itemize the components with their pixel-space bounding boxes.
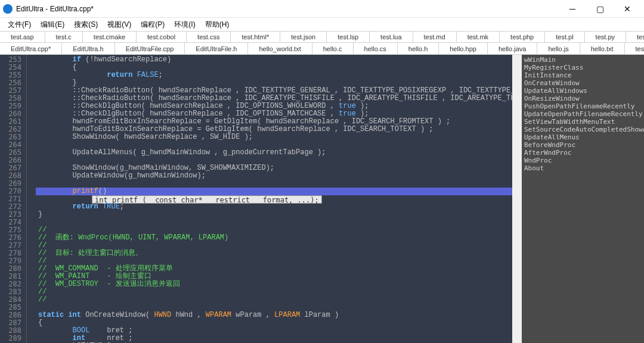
fold-gutter[interactable] bbox=[27, 55, 36, 343]
symbol-item[interactable]: AfterWndProc bbox=[524, 149, 642, 157]
code-line[interactable]: ShowWindow( hwndSearchReplace , SW_HIDE … bbox=[36, 133, 512, 141]
code-line[interactable]: return FALSE; bbox=[36, 71, 512, 79]
file-tab[interactable]: hello.hpp bbox=[439, 43, 488, 54]
code-line[interactable]: } bbox=[36, 211, 512, 219]
line-number-gutter: 2532542552562572582592602612622632642652… bbox=[0, 55, 27, 343]
file-tab[interactable]: hello.cs bbox=[354, 43, 398, 54]
code-line[interactable]: // bbox=[36, 288, 512, 296]
code-line[interactable]: // 目标: 处理主窗口的消息。 bbox=[36, 250, 512, 257]
editor-area[interactable]: 2532542552562572582592602612622632642652… bbox=[0, 55, 522, 343]
menu-item[interactable]: 帮助(H) bbox=[200, 20, 234, 30]
file-tab[interactable]: test.md bbox=[413, 31, 457, 42]
file-tab[interactable]: EditUltra.cpp* bbox=[0, 43, 62, 54]
file-tab[interactable]: test.asp bbox=[0, 31, 45, 42]
file-tab[interactable]: test.rb bbox=[626, 31, 644, 42]
file-tab[interactable]: hello.txt bbox=[580, 43, 625, 54]
file-tab[interactable]: test.cobol bbox=[137, 31, 187, 42]
menubar: 文件(F)编辑(E)搜索(S)视图(V)编程(P)环境(I)帮助(H) bbox=[0, 18, 644, 31]
code-line[interactable]: // WM_DESTROY - 发送退出消息并返回 bbox=[36, 280, 512, 288]
menu-item[interactable]: 编程(P) bbox=[136, 20, 169, 30]
symbol-item[interactable]: wWinMain bbox=[524, 56, 642, 64]
file-tab[interactable]: hello_world.txt bbox=[248, 43, 312, 54]
tab-row-1: test.asptest.ctest.cmaketest.coboltest.c… bbox=[0, 31, 644, 43]
code-line[interactable]: static int OnCreateWindow( HWND hWnd , W… bbox=[36, 311, 512, 319]
symbol-item[interactable]: UpdateAllWindows bbox=[524, 87, 642, 95]
symbol-item[interactable]: OnResizeWindow bbox=[524, 95, 642, 102]
menu-item[interactable]: 编辑(E) bbox=[36, 20, 69, 30]
file-tab[interactable]: test.asm bbox=[625, 43, 644, 54]
window-title: EditUltra - EditUltra.cpp* bbox=[16, 5, 559, 13]
code-line[interactable] bbox=[36, 180, 512, 188]
code-line[interactable] bbox=[36, 219, 512, 226]
file-tab[interactable]: test.mk bbox=[457, 31, 500, 42]
code-line[interactable]: if (!hwndSearchReplace) bbox=[36, 56, 512, 64]
file-tab[interactable]: EditUltraFile.h bbox=[185, 43, 248, 54]
maximize-button[interactable]: ▢ bbox=[586, 0, 614, 18]
code-line[interactable]: UpdateAllMenus( g_hwndMainWindow , g_pno… bbox=[36, 149, 512, 157]
file-tab[interactable]: test.py bbox=[585, 31, 626, 42]
menu-item[interactable]: 文件(F) bbox=[3, 20, 36, 30]
file-tab[interactable]: test.pl bbox=[545, 31, 584, 42]
symbol-item[interactable]: SetViewTabWidthMenuText bbox=[524, 118, 642, 126]
menu-item[interactable]: 环境(I) bbox=[169, 20, 200, 30]
file-tab[interactable]: hello.java bbox=[488, 43, 537, 54]
file-tab[interactable]: test.c bbox=[45, 31, 83, 42]
file-tab[interactable]: test.lua bbox=[370, 31, 413, 42]
vertical-scrollbar[interactable] bbox=[512, 55, 522, 343]
symbol-item[interactable]: SetSourceCodeAutoCompletedShowAft bbox=[524, 126, 642, 133]
file-tab[interactable]: hello.c bbox=[312, 43, 354, 54]
symbol-item[interactable]: UpdateAllMenus bbox=[524, 133, 642, 141]
symbol-sidebar[interactable]: wWinMainMyRegisterClassInitInstanceOnCre… bbox=[522, 55, 644, 343]
tab-row-2: EditUltra.cpp*EditUltra.hEditUltraFile.c… bbox=[0, 43, 644, 55]
file-tab[interactable]: test.json bbox=[280, 31, 327, 42]
file-tab[interactable]: test.cmake bbox=[83, 31, 137, 42]
symbol-item[interactable]: InitInstance bbox=[524, 71, 642, 79]
code-line[interactable]: // bbox=[36, 296, 512, 304]
titlebar: EditUltra - EditUltra.cpp* ─ ▢ ✕ bbox=[0, 0, 644, 18]
symbol-item[interactable]: OnCreateWindow bbox=[524, 79, 642, 87]
close-button[interactable]: ✕ bbox=[614, 0, 641, 18]
file-tab[interactable]: test.php bbox=[500, 31, 545, 42]
file-tab[interactable]: test.css bbox=[187, 31, 231, 42]
file-tab[interactable]: EditUltraFile.cpp bbox=[115, 43, 185, 54]
file-tab[interactable]: hello.h bbox=[398, 43, 439, 54]
symbol-item[interactable]: About bbox=[524, 164, 642, 172]
file-tab[interactable]: test.html* bbox=[231, 31, 280, 42]
file-tab[interactable]: EditUltra.h bbox=[62, 43, 114, 54]
code-line[interactable]: printf() bbox=[36, 188, 512, 195]
menu-item[interactable]: 视图(V) bbox=[103, 20, 136, 30]
code-editor[interactable]: if (!hwndSearchReplace) { return FALSE; … bbox=[36, 55, 512, 343]
app-icon bbox=[3, 4, 13, 14]
code-line[interactable]: UpdateWindow(g_hwndMainWindow); bbox=[36, 172, 512, 180]
minimize-button[interactable]: ─ bbox=[559, 0, 586, 18]
symbol-item[interactable]: MyRegisterClass bbox=[524, 64, 642, 71]
symbol-item[interactable]: PushOpenPathFilenameRecently bbox=[524, 102, 642, 110]
symbol-item[interactable]: BeforeWndProc bbox=[524, 141, 642, 149]
autocomplete-tooltip: int printf (__const char* __restrict __f… bbox=[92, 195, 322, 204]
code-line[interactable]: return TRUE; bbox=[36, 203, 512, 211]
file-tab[interactable]: test.lsp bbox=[327, 31, 370, 42]
symbol-item[interactable]: WndProc bbox=[524, 157, 642, 164]
symbol-item[interactable]: UpdateOpenPathFilenameRecently bbox=[524, 110, 642, 118]
file-tab[interactable]: hello.js bbox=[537, 43, 580, 54]
menu-item[interactable]: 搜索(S) bbox=[69, 20, 103, 30]
code-line[interactable]: // 函数: WndProc(HWND, UINT, WPARAM, LPARA… bbox=[36, 234, 512, 242]
